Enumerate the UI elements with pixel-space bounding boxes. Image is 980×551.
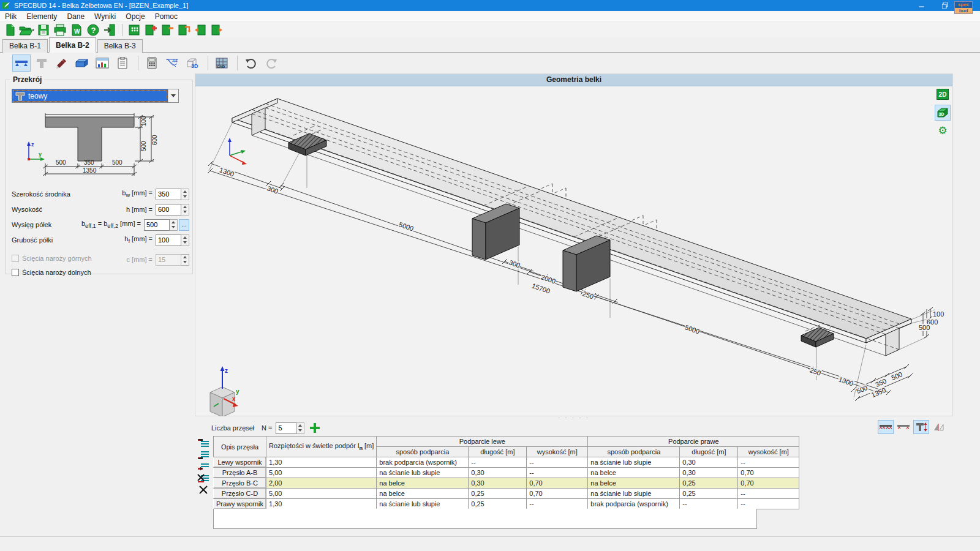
- exit-button[interactable]: [102, 23, 118, 37]
- checkbox-bottom-corners[interactable]: [12, 269, 19, 276]
- span-count-input[interactable]: [276, 422, 296, 434]
- save-button[interactable]: [36, 23, 51, 37]
- calculator-button[interactable]: [143, 54, 161, 72]
- reinforcement-button[interactable]: [32, 54, 51, 72]
- menu-dane[interactable]: Dane: [62, 12, 89, 21]
- cell-span[interactable]: 2,00: [266, 478, 377, 489]
- cell-rh[interactable]: --: [738, 499, 799, 509]
- delete-row-button[interactable]: [196, 484, 211, 495]
- copy-element-button[interactable]: [176, 23, 192, 37]
- insert-row-above-button[interactable]: [196, 437, 211, 449]
- cell-llen[interactable]: 0,25: [469, 499, 527, 509]
- cell-lmode[interactable]: na ścianie lub słupie: [377, 499, 469, 509]
- show-diagram-button[interactable]: [931, 420, 947, 434]
- row-name[interactable]: Przęsło A-B: [214, 468, 266, 478]
- cell-rlen[interactable]: 0,25: [680, 478, 738, 489]
- cell-rh[interactable]: 0,70: [738, 478, 799, 489]
- cell-rlen[interactable]: 0,25: [680, 489, 738, 499]
- view-3d-button[interactable]: 3D: [183, 54, 202, 72]
- cell-span[interactable]: 5,00: [266, 468, 377, 478]
- clear-row-button[interactable]: [196, 472, 211, 484]
- export-word-button[interactable]: W: [69, 23, 85, 37]
- cell-lh[interactable]: 0,70: [527, 478, 588, 489]
- loads-button[interactable]: [73, 54, 91, 72]
- combo-dropdown-button[interactable]: [168, 89, 178, 102]
- cell-lh[interactable]: --: [527, 457, 588, 468]
- cell-rmode[interactable]: na belce: [588, 468, 680, 478]
- cell-rlen[interactable]: 0,30: [680, 468, 738, 478]
- height-spinner[interactable]: [181, 204, 189, 216]
- cell-lmode[interactable]: brak podparcia (wspornik): [377, 457, 469, 468]
- view-3d-mode-button[interactable]: 3D: [935, 105, 951, 121]
- cell-span[interactable]: 1,30: [266, 457, 377, 468]
- envelope-diagram-button[interactable]: 44: [163, 54, 181, 72]
- cell-rmode[interactable]: brak podparcia (wspornik): [588, 499, 680, 509]
- flange-thickness-input[interactable]: [156, 234, 181, 246]
- materials-button[interactable]: [53, 54, 71, 72]
- cell-llen[interactable]: 0,30: [469, 468, 527, 478]
- open-file-button[interactable]: [19, 23, 35, 37]
- cell-llen[interactable]: 0,25: [469, 489, 527, 499]
- cell-lh[interactable]: --: [527, 468, 588, 478]
- cell-llen[interactable]: 0,30: [469, 478, 527, 489]
- menu-plik[interactable]: Plik: [0, 12, 21, 21]
- elements-manager-button[interactable]: [126, 23, 142, 37]
- cell-lmode[interactable]: na belce: [377, 489, 469, 499]
- geometry-button[interactable]: [12, 54, 31, 72]
- span-count-spinner[interactable]: [296, 422, 304, 434]
- check-bottom-corners[interactable]: Ścięcia naroży dolnych: [12, 266, 122, 279]
- height-input[interactable]: [156, 204, 181, 216]
- cell-rh[interactable]: 0,70: [738, 468, 799, 478]
- minimize-button[interactable]: [910, 0, 933, 11]
- row-name[interactable]: Przęsło C-D: [214, 489, 266, 499]
- add-span-icon[interactable]: [309, 422, 320, 433]
- cell-rmode[interactable]: na belce: [588, 478, 680, 489]
- flange-overhang-input[interactable]: [144, 219, 170, 231]
- cell-lmode[interactable]: na belce: [377, 478, 469, 489]
- splitter-handle[interactable]: · · · · ·: [195, 416, 953, 420]
- show-section-heights-button[interactable]: [913, 420, 929, 434]
- cell-rlen[interactable]: 0,30: [680, 457, 738, 468]
- undo-button[interactable]: [242, 54, 260, 72]
- menu-pomoc[interactable]: Pomoc: [150, 12, 183, 21]
- delete-element-button[interactable]: [159, 23, 175, 37]
- add-element-button[interactable]: [143, 23, 159, 37]
- flange-overhang-more-button[interactable]: ...: [179, 219, 189, 231]
- cell-rh[interactable]: --: [738, 489, 799, 499]
- maximize-button[interactable]: [933, 0, 957, 11]
- menu-opcje[interactable]: Opcje: [121, 12, 149, 21]
- print-button[interactable]: [52, 23, 68, 37]
- section-type-combobox[interactable]: teowy: [12, 89, 179, 103]
- tab-belka-b2[interactable]: Belka B-2: [49, 37, 96, 53]
- check-top-corners[interactable]: Ścięcia naroży górnych: [12, 252, 110, 264]
- move-element-left-button[interactable]: [192, 23, 208, 37]
- cell-span[interactable]: 1,30: [266, 499, 377, 509]
- move-element-right-button[interactable]: [209, 23, 225, 37]
- flange-overhang-spinner[interactable]: [170, 219, 178, 231]
- cell-rmode[interactable]: na ścianie lub słupie: [588, 457, 680, 468]
- cell-rlen[interactable]: --: [680, 499, 738, 509]
- tab-belka-b1[interactable]: Belka B-1: [2, 39, 48, 53]
- row-name[interactable]: Lewy wspornik: [214, 457, 266, 468]
- tab-belka-b3[interactable]: Belka B-3: [97, 39, 143, 53]
- flange-thickness-spinner[interactable]: [181, 234, 189, 246]
- results-table-button[interactable]: [93, 54, 111, 72]
- cell-rh[interactable]: --: [738, 457, 799, 468]
- help-button[interactable]: ?: [85, 23, 101, 37]
- row-name[interactable]: Przęsło B-C: [214, 478, 266, 489]
- geometry-view[interactable]: Geometria belki: [195, 73, 953, 416]
- redo-button[interactable]: [262, 54, 281, 72]
- cell-lmode[interactable]: na ścianie lub słupie: [377, 468, 469, 478]
- new-file-button[interactable]: [2, 23, 18, 37]
- report-button[interactable]: [113, 54, 132, 72]
- append-row-button[interactable]: [196, 460, 211, 472]
- web-width-spinner[interactable]: [181, 189, 189, 200]
- cell-lh[interactable]: --: [527, 499, 588, 509]
- row-name[interactable]: Prawy wspornik: [214, 499, 266, 509]
- checkbox-top-corners[interactable]: [12, 255, 19, 262]
- insert-row-below-button[interactable]: [196, 449, 211, 460]
- cell-rmode[interactable]: na ścianie lub słupie: [588, 489, 680, 499]
- menu-wyniki[interactable]: Wyniki: [89, 12, 121, 21]
- show-end-supports-button[interactable]: [895, 420, 911, 434]
- cell-llen[interactable]: --: [469, 457, 527, 468]
